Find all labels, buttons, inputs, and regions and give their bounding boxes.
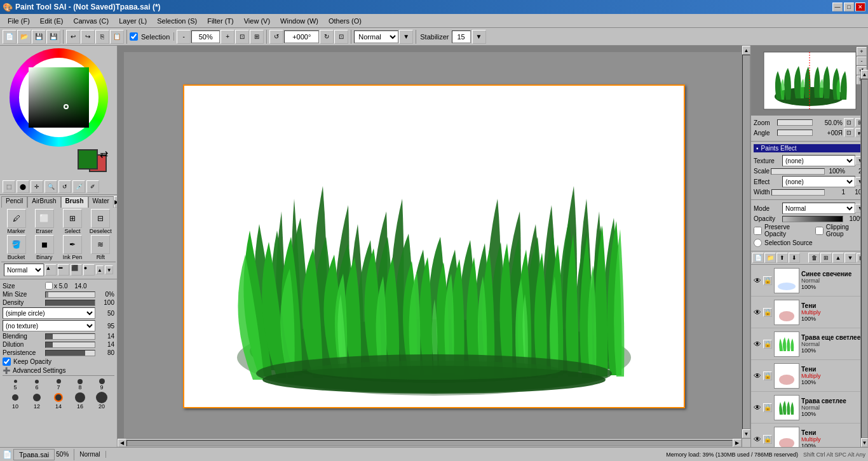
texture-select-r[interactable]: (none) — [782, 155, 855, 166]
shape-dot-btn[interactable]: ● — [83, 264, 95, 276]
rift-tool-btn[interactable]: ≋ — [91, 235, 110, 254]
zoom-slider[interactable] — [777, 119, 813, 126]
zoom-reset-btn[interactable]: ⊞ — [250, 30, 264, 44]
tab-pencil[interactable]: Pencil — [1, 196, 27, 208]
eraser-tool-btn[interactable]: ⬜ — [35, 209, 54, 228]
vscroll-track[interactable] — [742, 55, 750, 429]
layer-lock-btn[interactable]: 🔒 — [763, 308, 772, 317]
minimize-button[interactable]: — — [832, 3, 843, 11]
menu-canvas[interactable]: Canvas (C) — [69, 16, 114, 26]
tab-airbrush[interactable]: AirBrush — [27, 196, 60, 208]
dot-20[interactable] — [96, 392, 107, 403]
size-checkbox[interactable] — [45, 282, 53, 290]
menu-selection[interactable]: Selection (S) — [152, 16, 202, 26]
hscroll-left-btn[interactable]: ◀ — [118, 439, 126, 447]
toolbar-save-as-btn[interactable]: 💾 — [46, 30, 60, 44]
dot-5[interactable] — [14, 380, 17, 383]
dot-16[interactable] — [75, 392, 85, 403]
dot-10[interactable] — [12, 394, 18, 401]
toolbar-save-btn[interactable]: 💾 — [32, 30, 46, 44]
merge-layer-btn[interactable]: ⊞ — [820, 253, 832, 263]
blending-slider[interactable] — [45, 333, 95, 340]
rotate-input[interactable] — [284, 30, 319, 43]
export-layer-btn[interactable]: ⬇ — [789, 253, 800, 263]
density-slider[interactable] — [45, 300, 95, 306]
zoom-in-btn[interactable]: + — [220, 30, 234, 44]
blend-mode-select[interactable]: Normal — [354, 30, 398, 43]
persistence-slider[interactable] — [45, 350, 95, 356]
dot-12[interactable] — [33, 394, 41, 401]
rotate-left-btn[interactable]: ↺ — [269, 30, 283, 44]
move-tool-btn[interactable]: ✛ — [31, 180, 43, 193]
angle-reset-btn[interactable]: ⊡ — [844, 128, 854, 137]
vscroll-up-btn[interactable]: ▲ — [742, 46, 750, 55]
dot-7[interactable] — [57, 379, 61, 384]
layer-eye-btn[interactable]: 👁 — [752, 307, 763, 317]
nav-zoom-in-btn[interactable]: + — [857, 47, 867, 56]
menu-view[interactable]: View (V) — [239, 16, 275, 26]
toolbar-copy-btn[interactable]: ⎘ — [95, 30, 109, 44]
menu-others[interactable]: Others (O) — [323, 16, 367, 26]
minsize-slider[interactable] — [45, 291, 95, 298]
hscroll-track[interactable] — [126, 440, 733, 446]
canvas-tab[interactable]: Трава.sai — [13, 449, 55, 460]
canvas-area[interactable]: ▲ ▼ ◀ ▶ — [118, 46, 750, 447]
clipping-group-checkbox[interactable] — [815, 227, 824, 235]
layer-eye-btn[interactable]: 👁 — [752, 403, 763, 413]
layer-item-teni1[interactable]: 👁 🔒 Тени Multiply 100% — [751, 297, 868, 328]
toolbar-new-btn[interactable]: 📄 — [3, 30, 17, 44]
layer-item-trava-svetlee[interactable]: 👁 🔒 Трава еще светлее Normal 100% — [751, 328, 868, 360]
menu-file[interactable]: File (F) — [3, 16, 35, 26]
bucket-tool-btn[interactable]: 🪣 — [7, 235, 26, 254]
canvas-hscrollbar[interactable]: ◀ ▶ — [118, 438, 742, 447]
opacity-slider[interactable] — [782, 216, 843, 222]
width-slider[interactable] — [771, 189, 825, 196]
blend-dropdown-btn[interactable]: ▼ — [399, 30, 413, 44]
color-wheel-container[interactable] — [10, 48, 108, 147]
mode-select-r[interactable]: Normal — [782, 203, 855, 214]
rotate-reset-btn[interactable]: ⊡ — [334, 30, 348, 44]
shape-triangle-btn[interactable]: ▲ — [45, 264, 57, 276]
new-layer-btn[interactable]: 📄 — [752, 253, 764, 263]
brush-mode-select[interactable]: Normal — [4, 264, 44, 276]
layer-lock-btn[interactable]: 🔒 — [763, 340, 772, 349]
preserve-opacity-checkbox[interactable] — [754, 227, 762, 235]
layer-item-teni2[interactable]: 👁 🔒 Тени Multiply 100% — [751, 360, 868, 392]
keep-opacity-checkbox[interactable] — [3, 357, 11, 366]
layer-down-btn[interactable]: ▼ — [844, 253, 856, 263]
texture-select[interactable]: (no texture) — [3, 320, 95, 331]
effect-select[interactable]: (none) — [782, 176, 855, 187]
select-tool-btn[interactable]: ⊞ — [63, 209, 82, 228]
layer-lock-btn[interactable]: 🔒 — [763, 403, 772, 412]
scroll-up-btn[interactable]: ▲ — [96, 265, 104, 274]
menu-filter[interactable]: Filter (T) — [202, 16, 239, 26]
tab-water[interactable]: Water — [88, 196, 114, 208]
rotate-tool-btn[interactable]: ↺ — [58, 180, 71, 193]
foreground-color-swatch[interactable] — [78, 149, 98, 170]
dot-8[interactable] — [78, 379, 83, 384]
angle-slider[interactable] — [777, 130, 813, 136]
scale-slider[interactable] — [771, 168, 825, 175]
swap-colors-btn[interactable]: ⇄ — [100, 148, 108, 160]
inkpen-tool-btn[interactable]: ✒ — [63, 235, 82, 254]
right-panel-scrollbar[interactable]: ▲ ▼ — [860, 70, 868, 447]
canvas-vscrollbar[interactable]: ▲ ▼ — [742, 46, 750, 438]
hscroll-right-btn[interactable]: ▶ — [733, 439, 742, 447]
zoom-tool-btn[interactable]: 🔍 — [44, 180, 57, 193]
layer-eye-btn[interactable]: 👁 — [752, 339, 763, 349]
new-set-btn[interactable]: 📁 — [764, 253, 776, 263]
stabilizer-input[interactable] — [452, 30, 471, 43]
import-layer-btn[interactable]: ⬆ — [776, 253, 788, 263]
rp-scroll-track[interactable] — [861, 79, 868, 438]
extra-tool-btn[interactable]: ✐ — [86, 180, 99, 193]
layer-lock-btn[interactable]: 🔒 — [763, 276, 772, 285]
layer-eye-btn[interactable]: 👁 — [752, 434, 763, 444]
zoom-out-btn[interactable]: - — [177, 30, 191, 44]
scroll-dn-btn[interactable]: ▼ — [105, 265, 113, 274]
layer-lock-btn[interactable]: 🔒 — [763, 371, 772, 380]
binary-tool-btn[interactable]: ◼ — [35, 235, 54, 254]
close-button[interactable]: ✕ — [855, 3, 865, 11]
rotate-right-btn[interactable]: ↻ — [320, 30, 334, 44]
menu-edit[interactable]: Edit (E) — [35, 16, 69, 26]
shape-flat-btn[interactable]: ▬ — [58, 264, 69, 276]
